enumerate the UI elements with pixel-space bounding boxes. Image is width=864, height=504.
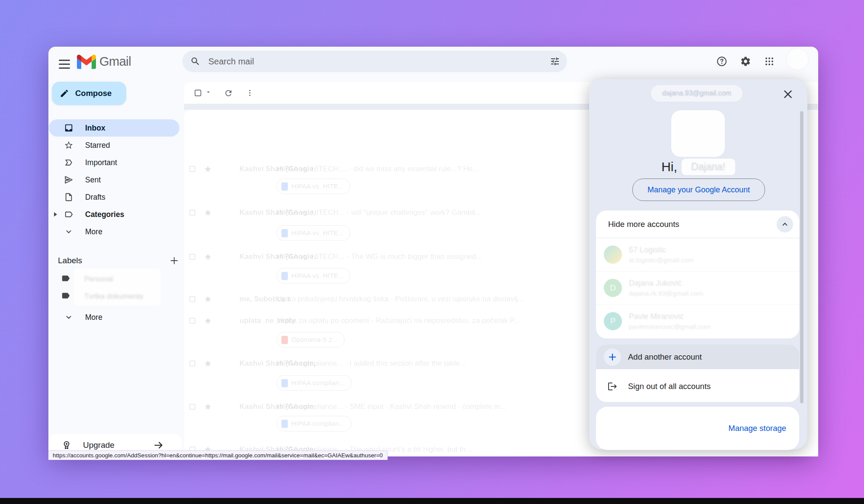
account-list-item[interactable]: P Pavle Miranović pavlemiranovic@gmail.c… [596, 305, 799, 338]
select-dropdown-caret-icon[interactable] [205, 89, 212, 97]
label-tag-icon [64, 210, 74, 219]
arrow-right-icon[interactable] [153, 440, 164, 451]
more-options-icon[interactable] [241, 84, 258, 102]
account-name-masked: Pavle Miranović [629, 312, 711, 321]
search-filters-icon[interactable] [546, 53, 564, 70]
refresh-icon[interactable] [220, 84, 237, 102]
labels-title: Labels [58, 256, 82, 265]
row-controls[interactable] [188, 360, 212, 367]
upgrade-label: Upgrade [83, 440, 115, 450]
attachment-chip[interactable]: HIPAA vs. HITE... [277, 225, 350, 241]
account-email-masked: st.logistic@gmail.com [629, 256, 694, 264]
browser-status-bar: https://accounts.google.com/AddSession?h… [48, 450, 388, 460]
account-avatar: P [604, 312, 622, 330]
attachment-chip[interactable]: HIPAA vs. HITE... [277, 268, 350, 284]
sidebar-labels-more[interactable]: More [49, 309, 179, 326]
profile-avatar[interactable] [787, 48, 808, 70]
google-account-popup: dajana.93@gmail.com Hi, Dajana! Manage y… [589, 79, 807, 450]
browser-viewport-gmail: Gmail Compose Inbox Star [48, 47, 818, 456]
attachment-doc-icon [281, 379, 288, 387]
add-another-account-button[interactable]: Add another account [596, 345, 799, 369]
account-list-item[interactable]: 57 Logistic st.logistic@gmail.com [596, 238, 799, 271]
sidebar-label-item[interactable]: Tvrtka dokumenta [49, 288, 179, 305]
attachment-chip[interactable]: HIPAA vs. HITE... [277, 179, 350, 194]
sidebar-item-inbox[interactable]: Inbox [49, 119, 179, 137]
important-marker-icon [64, 158, 74, 167]
attachment-name: HIPAA vs. HITE... [291, 229, 344, 237]
sidebar-item-label: Sent [85, 175, 101, 185]
settings-gear-icon[interactable] [737, 53, 754, 70]
premium-badge-icon [61, 440, 72, 450]
account-avatar: D [604, 279, 622, 297]
attachment-chip[interactable]: Opomena-5 2... [277, 332, 344, 348]
sidebar-item-drafts[interactable]: Drafts [49, 188, 179, 206]
sign-out-label: Sign out of all accounts [628, 382, 711, 391]
sidebar-item-label: Drafts [85, 193, 105, 202]
sidebar-label-item[interactable]: Personal [49, 271, 179, 288]
sidebar-item-label: Categories [85, 210, 124, 219]
gmail-wordmark: Gmail [99, 54, 131, 69]
accounts-card: Hide more accounts 57 Logistic st.logist… [596, 211, 799, 338]
greeting-name-masked: Dajana! [691, 161, 725, 173]
attachment-doc-icon [281, 420, 288, 428]
search-icon [190, 56, 201, 67]
gmail-logo-icon [77, 54, 96, 69]
account-list-item[interactable]: D Dajana Juković dajana.rk.93@gmail.com [596, 271, 799, 305]
main-menu-icon[interactable] [57, 57, 72, 70]
account-email-masked: dajana.93@gmail.com [662, 89, 731, 97]
sidebar-item-sent[interactable]: Sent [49, 171, 179, 188]
greeting-name-redacted: Dajana! [682, 159, 735, 175]
account-email-masked: pavlemiranovic@gmail.com [629, 323, 711, 331]
expand-arrow-icon[interactable] [54, 212, 57, 217]
row-controls[interactable] [188, 165, 212, 173]
row-controls[interactable] [188, 317, 212, 325]
compose-button[interactable]: Compose [52, 82, 126, 105]
manage-google-account-button[interactable]: Manage your Google Account [632, 179, 765, 201]
manage-storage-link[interactable]: Manage storage [728, 424, 786, 433]
sign-out-all-accounts-button[interactable]: Sign out of all accounts [596, 371, 799, 402]
account-name-masked: 57 Logistic [629, 246, 694, 255]
avatar-initial: P [610, 316, 616, 326]
attachment-name: HIPAA complian... [291, 420, 345, 427]
sidebar-item-label: Inbox [85, 124, 105, 133]
sidebar-item-categories[interactable]: Categories [49, 206, 179, 223]
popup-scrollbar[interactable] [800, 111, 803, 403]
search-bar[interactable] [182, 51, 567, 72]
close-icon[interactable] [781, 88, 794, 101]
avatar-initial: D [610, 283, 616, 293]
create-label-plus-icon[interactable] [169, 256, 179, 265]
inbox-icon [64, 123, 74, 133]
add-account-label: Add another account [628, 352, 702, 362]
sidebar-item-starred[interactable]: Starred [49, 137, 179, 154]
row-controls[interactable] [188, 209, 212, 217]
google-apps-grid-icon[interactable] [761, 53, 778, 70]
help-icon[interactable] [713, 53, 730, 70]
chevron-down-icon [64, 227, 74, 236]
attachment-name: HIPAA vs. HITE... [291, 272, 344, 280]
send-icon [64, 175, 74, 185]
label-tag-icon [61, 291, 71, 302]
attachment-chip[interactable]: HIPAA complian... [277, 375, 351, 391]
label-name: Personal [84, 275, 113, 284]
attachment-doc-icon [281, 182, 288, 191]
attachment-name: HIPAA complian... [291, 379, 345, 387]
hide-more-accounts-toggle[interactable]: Hide more accounts [596, 211, 799, 238]
row-controls[interactable] [188, 403, 212, 411]
attachment-chip[interactable]: HIPAA complian... [277, 416, 351, 431]
draft-file-icon [64, 192, 74, 202]
desktop-background: Gmail Compose Inbox Star [0, 0, 864, 504]
search-input[interactable] [207, 56, 546, 67]
account-avatar-redacted[interactable] [671, 110, 725, 157]
sidebar-item-label: More [85, 227, 102, 236]
attachment-name: HIPAA vs. HITE... [291, 182, 344, 190]
status-url: https://accounts.google.com/AddSession?h… [53, 452, 383, 459]
sidebar-item-more[interactable]: More [49, 223, 179, 240]
row-controls[interactable] [188, 253, 212, 261]
row-controls[interactable] [188, 295, 212, 303]
account-email-pill: dajana.93@gmail.com [651, 85, 743, 102]
label-name: Tvrtka dokumenta [84, 292, 143, 301]
select-all-checkbox[interactable] [189, 84, 207, 102]
attachment-doc-icon [281, 229, 288, 237]
chevron-up-icon[interactable] [777, 216, 793, 233]
sidebar-item-important[interactable]: Important [49, 154, 179, 171]
